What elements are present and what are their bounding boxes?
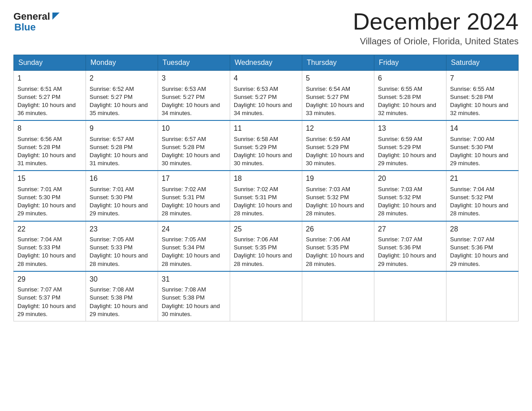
day-info: Sunrise: 7:05 AM Sunset: 5:33 PM Dayligh… <box>90 235 154 268</box>
day-info: Sunrise: 7:01 AM Sunset: 5:30 PM Dayligh… <box>17 185 82 218</box>
calendar-cell: 9 Sunrise: 6:57 AM Sunset: 5:28 PM Dayli… <box>86 120 158 171</box>
calendar-cell: 1 Sunrise: 6:51 AM Sunset: 5:27 PM Dayli… <box>14 71 86 121</box>
day-number: 9 <box>90 124 154 133</box>
calendar-week-row: 15 Sunrise: 7:01 AM Sunset: 5:30 PM Dayl… <box>14 171 519 221</box>
day-info: Sunrise: 7:06 AM Sunset: 5:35 PM Dayligh… <box>306 235 370 268</box>
calendar-cell: 17 Sunrise: 7:02 AM Sunset: 5:31 PM Dayl… <box>158 171 230 221</box>
day-number: 14 <box>450 124 515 133</box>
day-info: Sunrise: 7:07 AM Sunset: 5:36 PM Dayligh… <box>378 235 442 268</box>
day-info: Sunrise: 6:58 AM Sunset: 5:29 PM Dayligh… <box>234 135 298 168</box>
calendar-cell <box>374 271 446 321</box>
weekday-header-wednesday: Wednesday <box>230 55 302 71</box>
weekday-header-thursday: Thursday <box>302 55 374 71</box>
calendar-cell: 30 Sunrise: 7:08 AM Sunset: 5:38 PM Dayl… <box>86 271 158 321</box>
day-number: 29 <box>17 274 82 284</box>
logo-general: General <box>13 12 50 21</box>
day-info: Sunrise: 6:55 AM Sunset: 5:28 PM Dayligh… <box>450 85 515 118</box>
calendar-week-row: 8 Sunrise: 6:56 AM Sunset: 5:28 PM Dayli… <box>14 120 519 171</box>
calendar-cell: 22 Sunrise: 7:04 AM Sunset: 5:33 PM Dayl… <box>14 221 86 271</box>
calendar-cell: 15 Sunrise: 7:01 AM Sunset: 5:30 PM Dayl… <box>14 171 86 221</box>
calendar-table: SundayMondayTuesdayWednesdayThursdayFrid… <box>13 55 519 321</box>
day-number: 28 <box>450 224 515 234</box>
day-number: 5 <box>306 73 370 83</box>
calendar-cell: 26 Sunrise: 7:06 AM Sunset: 5:35 PM Dayl… <box>302 221 374 271</box>
day-number: 24 <box>162 224 226 234</box>
day-number: 2 <box>90 73 154 83</box>
day-info: Sunrise: 6:52 AM Sunset: 5:27 PM Dayligh… <box>90 85 154 118</box>
calendar-cell: 27 Sunrise: 7:07 AM Sunset: 5:36 PM Dayl… <box>374 221 446 271</box>
day-info: Sunrise: 7:07 AM Sunset: 5:37 PM Dayligh… <box>17 286 82 318</box>
calendar-cell: 10 Sunrise: 6:57 AM Sunset: 5:28 PM Dayl… <box>158 120 230 171</box>
logo: General Blue <box>13 9 61 32</box>
day-info: Sunrise: 7:01 AM Sunset: 5:30 PM Dayligh… <box>90 185 154 218</box>
day-info: Sunrise: 7:07 AM Sunset: 5:36 PM Dayligh… <box>450 235 515 268</box>
calendar-cell: 21 Sunrise: 7:04 AM Sunset: 5:32 PM Dayl… <box>446 171 519 221</box>
day-number: 21 <box>450 174 515 184</box>
logo-arrow-icon <box>51 11 61 21</box>
calendar-cell: 20 Sunrise: 7:03 AM Sunset: 5:32 PM Dayl… <box>374 171 446 221</box>
day-info: Sunrise: 7:00 AM Sunset: 5:30 PM Dayligh… <box>450 135 515 168</box>
calendar-cell <box>302 271 374 321</box>
day-number: 27 <box>378 224 442 234</box>
day-number: 3 <box>162 73 226 83</box>
logo-blue: Blue <box>13 22 36 32</box>
calendar-cell: 13 Sunrise: 6:59 AM Sunset: 5:29 PM Dayl… <box>374 120 446 171</box>
day-number: 26 <box>306 224 370 234</box>
day-info: Sunrise: 6:59 AM Sunset: 5:29 PM Dayligh… <box>378 135 442 168</box>
day-info: Sunrise: 6:51 AM Sunset: 5:27 PM Dayligh… <box>17 85 82 118</box>
day-info: Sunrise: 7:02 AM Sunset: 5:31 PM Dayligh… <box>162 185 226 218</box>
month-title: December 2024 <box>353 9 519 34</box>
day-number: 12 <box>306 124 370 133</box>
day-info: Sunrise: 7:08 AM Sunset: 5:38 PM Dayligh… <box>90 286 154 318</box>
day-number: 7 <box>450 73 515 83</box>
calendar-cell: 8 Sunrise: 6:56 AM Sunset: 5:28 PM Dayli… <box>14 120 86 171</box>
calendar-cell: 4 Sunrise: 6:53 AM Sunset: 5:27 PM Dayli… <box>230 71 302 121</box>
day-info: Sunrise: 6:56 AM Sunset: 5:28 PM Dayligh… <box>17 135 82 168</box>
day-info: Sunrise: 6:59 AM Sunset: 5:29 PM Dayligh… <box>306 135 370 168</box>
calendar-cell: 16 Sunrise: 7:01 AM Sunset: 5:30 PM Dayl… <box>86 171 158 221</box>
calendar-cell: 28 Sunrise: 7:07 AM Sunset: 5:36 PM Dayl… <box>446 221 519 271</box>
calendar-cell: 31 Sunrise: 7:08 AM Sunset: 5:38 PM Dayl… <box>158 271 230 321</box>
day-info: Sunrise: 6:53 AM Sunset: 5:27 PM Dayligh… <box>234 85 298 118</box>
title-area: December 2024 Villages of Oriole, Florid… <box>353 9 519 47</box>
weekday-header-saturday: Saturday <box>446 55 519 71</box>
subtitle: Villages of Oriole, Florida, United Stat… <box>353 36 519 47</box>
calendar-cell: 11 Sunrise: 6:58 AM Sunset: 5:29 PM Dayl… <box>230 120 302 171</box>
day-number: 11 <box>234 124 298 133</box>
day-number: 15 <box>17 174 82 184</box>
calendar-cell: 5 Sunrise: 6:54 AM Sunset: 5:27 PM Dayli… <box>302 71 374 121</box>
day-number: 4 <box>234 73 298 83</box>
day-info: Sunrise: 6:53 AM Sunset: 5:27 PM Dayligh… <box>162 85 226 118</box>
day-info: Sunrise: 6:55 AM Sunset: 5:28 PM Dayligh… <box>378 85 442 118</box>
day-number: 10 <box>162 124 226 133</box>
calendar-cell: 12 Sunrise: 6:59 AM Sunset: 5:29 PM Dayl… <box>302 120 374 171</box>
calendar-week-row: 29 Sunrise: 7:07 AM Sunset: 5:37 PM Dayl… <box>14 271 519 321</box>
weekday-header-row: SundayMondayTuesdayWednesdayThursdayFrid… <box>14 55 519 71</box>
calendar-cell: 25 Sunrise: 7:06 AM Sunset: 5:35 PM Dayl… <box>230 221 302 271</box>
weekday-header-friday: Friday <box>374 55 446 71</box>
day-number: 13 <box>378 124 442 133</box>
page-header: General Blue December 2024 Villages of O… <box>13 9 519 47</box>
day-info: Sunrise: 7:04 AM Sunset: 5:32 PM Dayligh… <box>450 185 515 218</box>
day-number: 17 <box>162 174 226 184</box>
calendar-cell: 23 Sunrise: 7:05 AM Sunset: 5:33 PM Dayl… <box>86 221 158 271</box>
weekday-header-monday: Monday <box>86 55 158 71</box>
day-number: 19 <box>306 174 370 184</box>
calendar-cell <box>446 271 519 321</box>
calendar-cell: 2 Sunrise: 6:52 AM Sunset: 5:27 PM Dayli… <box>86 71 158 121</box>
day-number: 6 <box>378 73 442 83</box>
day-number: 16 <box>90 174 154 184</box>
weekday-header-tuesday: Tuesday <box>158 55 230 71</box>
day-number: 22 <box>17 224 82 234</box>
svg-marker-0 <box>52 13 60 20</box>
calendar-cell: 24 Sunrise: 7:05 AM Sunset: 5:34 PM Dayl… <box>158 221 230 271</box>
day-number: 20 <box>378 174 442 184</box>
day-number: 25 <box>234 224 298 234</box>
day-number: 18 <box>234 174 298 184</box>
day-info: Sunrise: 7:03 AM Sunset: 5:32 PM Dayligh… <box>306 185 370 218</box>
calendar-week-row: 22 Sunrise: 7:04 AM Sunset: 5:33 PM Dayl… <box>14 221 519 271</box>
day-info: Sunrise: 7:03 AM Sunset: 5:32 PM Dayligh… <box>378 185 442 218</box>
day-number: 1 <box>17 73 82 83</box>
day-number: 30 <box>90 274 154 284</box>
calendar-cell: 29 Sunrise: 7:07 AM Sunset: 5:37 PM Dayl… <box>14 271 86 321</box>
